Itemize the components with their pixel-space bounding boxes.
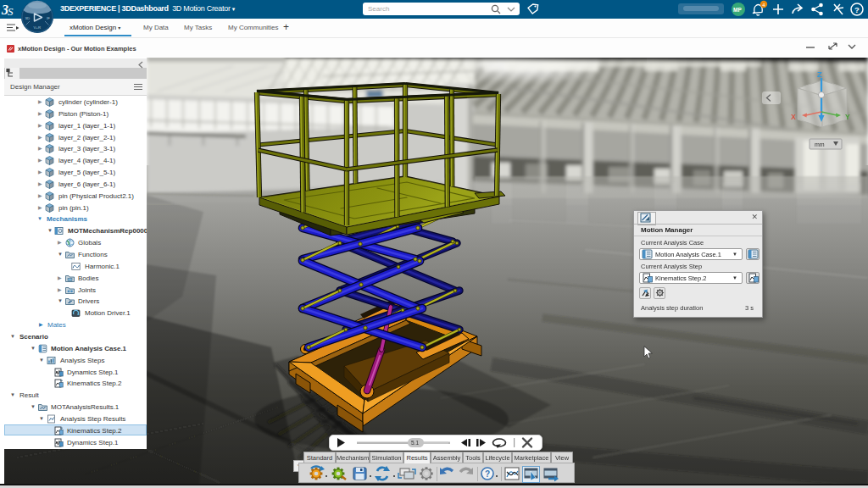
svg-text:3D: 3D xyxy=(25,16,31,20)
svg-text:X: X xyxy=(791,113,796,121)
svg-text:?: ? xyxy=(485,469,490,479)
svg-text:Y: Y xyxy=(845,113,850,121)
svg-text:V+R: V+R xyxy=(34,25,41,30)
svg-text:mm: mm xyxy=(815,141,825,147)
svg-text:5.1: 5.1 xyxy=(411,440,419,446)
svg-text:MP: MP xyxy=(733,7,742,13)
svg-text:IF: IF xyxy=(47,16,50,20)
svg-text:Z: Z xyxy=(817,69,822,79)
svg-text:?: ? xyxy=(854,5,860,14)
svg-text:S: S xyxy=(8,5,14,18)
